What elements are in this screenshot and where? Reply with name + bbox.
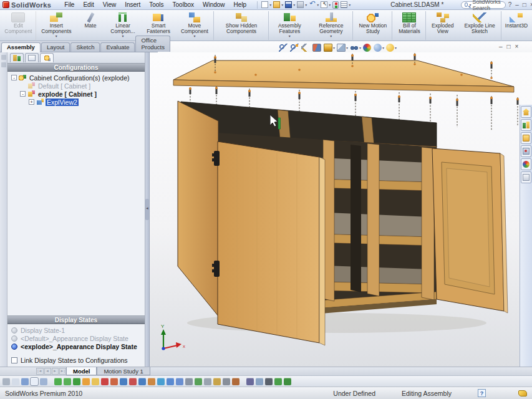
expand-toggle-icon[interactable]: - xyxy=(11,75,17,80)
tree-item[interactable]: - Cabinet Configuration(s) (explode) xyxy=(9,74,143,82)
doc-restore-button[interactable]: □ xyxy=(507,43,511,50)
menu-item[interactable]: Help xyxy=(230,1,251,9)
appearances-scenes-icon[interactable] xyxy=(521,158,531,170)
previous-view-icon[interactable] xyxy=(301,44,310,52)
search-box[interactable]: ▾ SolidWorks Search xyxy=(461,1,505,9)
new-motion-study-button[interactable]: New Motion Study xyxy=(354,11,392,40)
display-state-item[interactable]: <explode>_Appearance Display State xyxy=(11,342,143,350)
bill-of-materials-button[interactable]: Bill of Materials xyxy=(393,11,426,40)
model-tab[interactable]: Model xyxy=(66,367,97,375)
move-component-button[interactable]: Move Component ▾ xyxy=(176,11,214,40)
splitter-grip[interactable] xyxy=(145,199,149,220)
pie-icon[interactable] xyxy=(265,378,273,385)
menu-item[interactable]: Tools xyxy=(145,1,168,9)
view-settings-icon[interactable] xyxy=(386,44,394,52)
rebuild-traffic-light-icon[interactable] xyxy=(332,1,339,9)
expand-toggle-icon[interactable]: - xyxy=(20,91,26,97)
edit-sketch-icon[interactable] xyxy=(129,378,137,385)
instant3d-button[interactable]: Instant3D xyxy=(502,11,531,40)
menu-item[interactable]: Edit xyxy=(79,1,98,9)
menu-item[interactable]: File xyxy=(60,1,79,9)
image-icon[interactable] xyxy=(256,378,263,385)
check-sketch-icon[interactable] xyxy=(185,378,193,385)
motion-study-tab[interactable]: Motion Study 1 xyxy=(97,367,150,375)
smart-dimension-icon[interactable] xyxy=(213,378,221,385)
command-manager-tab[interactable]: Layout xyxy=(41,42,70,52)
menu-item[interactable]: Toolbox xyxy=(168,1,198,9)
zoom-to-fit-icon[interactable] xyxy=(279,44,288,52)
select-cursor-icon[interactable] xyxy=(12,378,19,385)
options-icon[interactable] xyxy=(341,1,347,8)
display-state-item[interactable]: Display State-1 xyxy=(11,326,143,334)
clamp-icon[interactable] xyxy=(246,378,254,385)
display-state-item[interactable]: <Default>_Appearance Display State xyxy=(11,334,143,342)
menu-item[interactable]: View xyxy=(99,1,121,9)
quick-tips-icon[interactable]: ? xyxy=(478,389,486,397)
command-manager-tab[interactable]: Sketch xyxy=(70,42,100,52)
zoom-to-area-icon[interactable] xyxy=(290,44,299,52)
simulation-icon[interactable] xyxy=(274,378,282,385)
flag-icon[interactable] xyxy=(64,378,71,385)
custom-properties-icon[interactable] xyxy=(521,171,531,183)
section-view-icon[interactable] xyxy=(312,44,321,52)
folder-icon[interactable] xyxy=(92,378,99,385)
link-display-states-checkbox[interactable] xyxy=(11,357,17,363)
select-tool-icon[interactable] xyxy=(321,1,327,8)
simulation-2-icon[interactable] xyxy=(284,378,291,385)
move-point-icon[interactable] xyxy=(120,378,127,385)
select-component-icon[interactable] xyxy=(21,378,29,385)
command-manager-tab[interactable]: Assembly xyxy=(1,42,41,52)
edit-component-button[interactable]: Edit Component xyxy=(1,11,36,40)
minimize-button[interactable]: – xyxy=(515,2,519,8)
featuremanager-tab[interactable] xyxy=(10,53,24,62)
right-door[interactable] xyxy=(432,148,508,313)
explode-step-icon[interactable] xyxy=(82,378,90,385)
assembly-features-button[interactable]: Assembly Features ▾ xyxy=(269,11,309,40)
view-palette-icon[interactable] xyxy=(521,145,531,157)
select-arrow-icon[interactable] xyxy=(31,378,38,385)
tab-nav-button[interactable]: |◄ xyxy=(36,368,44,375)
appearance-pencil-icon[interactable] xyxy=(176,378,183,385)
exploded-view-button[interactable]: Exploded View xyxy=(427,11,458,40)
tab-nav-button[interactable]: ► xyxy=(52,368,59,375)
pattern-icon[interactable] xyxy=(167,378,174,385)
section-tool-icon[interactable] xyxy=(232,378,239,385)
tree-item[interactable]: + ExplView2 xyxy=(9,98,143,106)
undo-icon[interactable] xyxy=(309,1,316,8)
apply-scene-icon[interactable] xyxy=(374,44,382,52)
hide-show-items-icon[interactable] xyxy=(350,44,359,52)
reference-geometry-button[interactable]: Reference Geometry ▾ xyxy=(309,11,353,40)
display-style-icon[interactable] xyxy=(337,44,346,52)
cube-icon[interactable] xyxy=(73,378,80,385)
propertymanager-tab[interactable] xyxy=(25,53,39,62)
tab-nav-button[interactable]: ◄ xyxy=(44,368,51,375)
lasso-icon[interactable] xyxy=(40,378,47,385)
menu-item[interactable]: Window xyxy=(198,1,230,9)
file-explorer-icon[interactable] xyxy=(521,132,531,144)
command-manager-tab[interactable]: Office Products xyxy=(135,36,170,52)
doc-minimize-button[interactable]: – xyxy=(499,43,503,50)
design-library-icon[interactable] xyxy=(521,119,531,131)
graphics-viewport[interactable]: Y x xyxy=(150,52,532,367)
measure-icon[interactable] xyxy=(223,378,230,385)
save-icon[interactable] xyxy=(285,1,292,8)
coordinate-icon[interactable] xyxy=(138,378,146,385)
left-door[interactable] xyxy=(212,142,325,345)
panel-splitter[interactable] xyxy=(145,52,150,367)
tree-item[interactable]: - explode [ Cabinet ] xyxy=(9,90,143,98)
show-component-icon[interactable] xyxy=(110,378,118,385)
doc-close-button[interactable]: × xyxy=(515,43,519,50)
configurationmanager-tab[interactable] xyxy=(40,53,54,62)
help-button[interactable]: ? xyxy=(508,2,512,8)
mate-button[interactable]: Mate xyxy=(76,11,105,40)
rotate-view-icon[interactable] xyxy=(157,378,165,385)
view-orientation-icon[interactable] xyxy=(324,44,332,52)
bom-table-icon[interactable] xyxy=(195,378,202,385)
hide-component-icon[interactable] xyxy=(101,378,109,385)
tree-item[interactable]: Default [ Cabinet ] xyxy=(9,82,143,90)
print-icon[interactable] xyxy=(297,1,304,8)
edit-appearance-icon[interactable] xyxy=(363,44,371,52)
component-icon[interactable] xyxy=(204,378,211,385)
expand-toggle-icon[interactable]: + xyxy=(29,99,34,105)
open-icon[interactable] xyxy=(273,1,280,8)
